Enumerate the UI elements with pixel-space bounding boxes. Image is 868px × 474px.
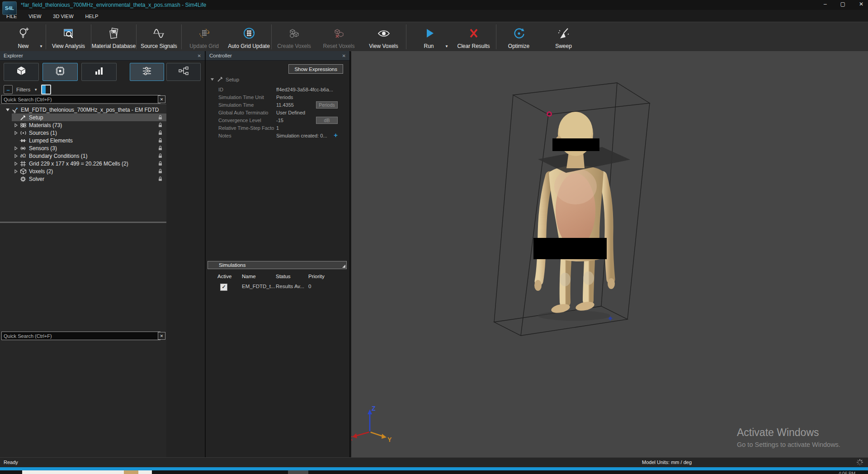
model-shadow (538, 311, 610, 321)
explorer-close-icon[interactable]: ✕ (198, 53, 201, 58)
property-row-convergence-level[interactable]: Convergence Level -15 dB (206, 116, 349, 124)
tree-item-sources[interactable]: Sources (1) (0, 129, 166, 137)
tab-analysis[interactable] (81, 63, 117, 81)
close-button[interactable]: ✕ (859, 1, 863, 7)
right-hand (608, 278, 615, 289)
update-grid-button[interactable]: Update Grid (182, 22, 226, 52)
sweep-button[interactable]: Sweep (541, 22, 586, 52)
auto-grid-update-button[interactable]: Auto Grid Update (226, 22, 271, 52)
tree-item-solver[interactable]: Solver (0, 175, 166, 183)
collapse-arrow-icon[interactable] (5, 108, 11, 112)
minimize-button[interactable]: – (824, 1, 827, 7)
titlebar: S4L *far_field_thelonious_700MHz_environ… (0, 0, 868, 10)
create-voxels-icon (288, 26, 301, 41)
panel-toggle-icon[interactable] (41, 85, 51, 95)
voxels-cube-icon (19, 168, 27, 175)
col-status[interactable]: Status (276, 274, 291, 279)
lumped-elements-icon (19, 138, 27, 143)
expand-arrow-icon[interactable] (13, 123, 19, 128)
taskbar-thumbnail[interactable] (22, 470, 152, 474)
view-analysis-button[interactable]: View Analysis (46, 22, 91, 52)
controller-close-icon[interactable]: ✕ (342, 53, 346, 58)
filters-checkbox[interactable]: – (4, 85, 13, 94)
left-hand (534, 280, 542, 291)
material-database-button[interactable]: Material Database (91, 22, 136, 52)
expand-arrow-icon[interactable] (13, 169, 19, 174)
tree-item-lumped-elements[interactable]: Lumped Elements (0, 137, 166, 144)
tree-item-boundary-conditions[interactable]: ∂Ω Boundary Conditions (1) (0, 152, 166, 160)
run-play-icon (422, 26, 436, 41)
view-analysis-icon (62, 26, 75, 41)
quick-search-input-lower[interactable] (1, 332, 160, 340)
unit-button[interactable]: dB (316, 117, 338, 124)
filters-dropdown-icon[interactable]: ▼ (34, 88, 38, 92)
axis-z-label: Z (372, 405, 376, 412)
chip-icon (54, 65, 66, 79)
window-title: *far_field_thelonious_700MHz_environment… (21, 2, 206, 8)
view-voxels-button[interactable]: View Voxels (361, 22, 406, 52)
explorer-title: Explorer (4, 53, 23, 58)
tab-filters-view[interactable] (130, 63, 164, 81)
show-expressions-button[interactable]: Show Expressions (288, 64, 343, 74)
new-dropdown-icon[interactable]: ▼ (39, 44, 43, 48)
tree-item-materials[interactable]: Materials (73) (0, 121, 166, 129)
axis-x-label: X (351, 435, 353, 442)
filters-label: Filters (16, 87, 30, 92)
tree-item-simulation-root[interactable]: EM_FDTD_thelonious_700MHz_x_pos_theta - … (0, 106, 166, 114)
property-row-relative-time-step[interactable]: Relative Time-Step Facto 1 (206, 124, 349, 132)
tree-item-grid[interactable]: Grid 229 x 177 x 499 = 20.226 MCells (2) (0, 160, 166, 167)
property-row-sim-time-unit[interactable]: Simulation Time Unit Periods (206, 93, 349, 101)
expand-arrow-icon[interactable] (13, 131, 19, 135)
simulations-header[interactable]: Simulations (208, 261, 347, 269)
col-name[interactable]: Name (242, 274, 256, 279)
simulation-row[interactable]: ✓ EM_FDTD_t... Results Av... 0 (206, 284, 349, 292)
run-button[interactable]: Run ▼ (406, 22, 451, 52)
clear-results-button[interactable]: Clear Results (451, 22, 496, 52)
statusbar: Ready Model Units: mm / deg (0, 457, 868, 467)
source-signals-button[interactable]: Source Signals (137, 22, 181, 52)
tab-schematic[interactable] (166, 63, 201, 81)
expand-arrow-icon[interactable] (13, 154, 19, 158)
run-dropdown-icon[interactable]: ▼ (445, 44, 448, 48)
add-note-button[interactable]: + (334, 132, 338, 138)
bar-chart-icon (94, 66, 104, 78)
property-row-sim-time[interactable]: Simulation Time 11.4355 Periods (206, 101, 349, 109)
quick-search-input[interactable] (1, 95, 160, 104)
tree-item-voxels[interactable]: Voxels (2) (0, 167, 166, 175)
tab-model[interactable] (4, 63, 39, 81)
controller-titlebar: Controller ✕ (206, 51, 349, 61)
col-priority[interactable]: Priority (308, 274, 325, 279)
optimize-icon (512, 26, 526, 41)
property-row-global-auto-termination[interactable]: Global Auto Terminatio User Defined (206, 109, 349, 116)
active-checkbox[interactable]: ✓ (220, 284, 227, 291)
clear-results-x-icon (467, 26, 481, 41)
new-button[interactable]: New ▼ (1, 22, 46, 52)
thumbnail-image (124, 470, 138, 474)
property-row-id[interactable]: ID ff4ed249-3a58-4fcc-b6a... (206, 85, 349, 93)
optimize-button[interactable]: Optimize (496, 22, 541, 52)
search-clear-button-lower[interactable]: ✕ (158, 332, 165, 340)
create-voxels-button[interactable]: Create Voxels (272, 22, 316, 52)
menu-help[interactable]: HELP (85, 14, 99, 19)
tree-item-sensors[interactable]: Sensors (3) (0, 144, 166, 152)
reset-voxels-button[interactable]: Reset Voxels (316, 22, 361, 52)
expand-arrow-icon[interactable] (13, 146, 19, 151)
right-knee (583, 271, 594, 285)
menu-3d-view[interactable]: 3D VIEW (53, 14, 73, 19)
unit-button[interactable]: Periods (316, 101, 338, 109)
tab-simulation[interactable] (42, 63, 78, 81)
sim4life-window: S4L *far_field_thelonious_700MHz_environ… (0, 0, 868, 474)
tree-item-setup[interactable]: Setup (0, 114, 166, 121)
menu-view[interactable]: VIEW (28, 14, 41, 19)
taskbar-tray-button[interactable] (288, 470, 308, 474)
setup-section-header[interactable]: Setup (210, 76, 239, 82)
search-clear-button[interactable]: ✕ (158, 95, 165, 103)
circuit-tree-icon (178, 66, 189, 78)
maximize-button[interactable]: ▢ (840, 1, 845, 7)
explorer-titlebar: Explorer ✕ (0, 51, 205, 61)
lock-icon (158, 137, 163, 144)
property-row-notes[interactable]: Notes Simulation created: 0... + (206, 132, 349, 139)
viewport-3d[interactable]: Z X Y Activate Windows Go to Settings to… (351, 51, 868, 458)
col-active[interactable]: Active (217, 274, 231, 279)
expand-arrow-icon[interactable] (13, 161, 19, 166)
